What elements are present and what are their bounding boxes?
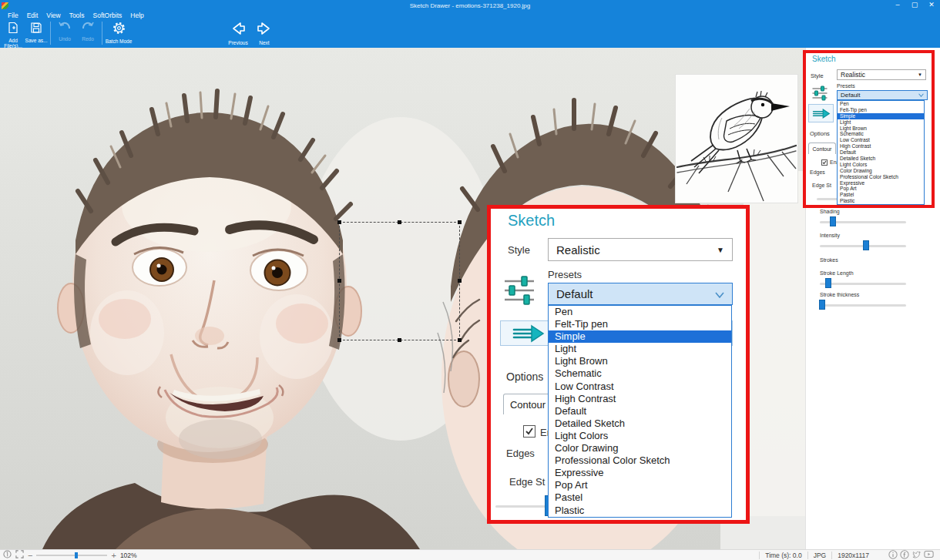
slider-handle[interactable] xyxy=(825,278,831,288)
marquee-handle[interactable] xyxy=(458,338,462,342)
toolbar-separator xyxy=(50,22,51,45)
preset-option-high-contrast[interactable]: High Contrast xyxy=(549,393,731,405)
enable-edges-checkbox[interactable] xyxy=(523,425,535,438)
preset-option-pop-art[interactable]: Pop Art xyxy=(549,479,731,491)
menu-edit[interactable]: Edit xyxy=(27,12,39,19)
preset-option-professional-color-sketch[interactable]: Professional Color Sketch xyxy=(838,174,924,180)
preset-option-plastic[interactable]: Plastic xyxy=(838,198,924,204)
selection-marquee[interactable] xyxy=(339,222,460,340)
previous-arrow-icon xyxy=(230,22,247,39)
slider-track xyxy=(820,283,906,285)
preset-option-simple[interactable]: Simple xyxy=(838,113,924,119)
menu-help[interactable]: Help xyxy=(130,12,143,19)
preset-option-default[interactable]: Default xyxy=(838,149,924,156)
style-combobox[interactable]: Realistic ▼ xyxy=(548,238,733,261)
preset-option-detailed-sketch[interactable]: Detailed Sketch xyxy=(838,156,924,162)
edges-label: Edges xyxy=(506,448,535,459)
slider-handle[interactable] xyxy=(819,300,825,310)
zoom-out-button[interactable]: − xyxy=(28,552,32,558)
menu-softorbits[interactable]: SoftOrbits xyxy=(92,12,122,19)
preset-option-schematic[interactable]: Schematic xyxy=(838,131,924,137)
presets-dropdown-list: PenFelt-Tip penSimpleLightLight BrownSch… xyxy=(837,100,925,205)
menu-tools[interactable]: Tools xyxy=(69,12,85,19)
undo-button[interactable]: Undo xyxy=(53,22,76,42)
preset-option-color-drawing[interactable]: Color Drawing xyxy=(838,168,924,174)
preset-option-pastel[interactable]: Pastel xyxy=(549,491,731,504)
preset-option-felt-tip-pen[interactable]: Felt-Tip pen xyxy=(549,318,731,330)
preset-option-light[interactable]: Light xyxy=(549,343,731,355)
marquee-handle[interactable] xyxy=(398,338,401,342)
zoom-slider[interactable] xyxy=(36,552,107,559)
teal-arrow-icon xyxy=(812,108,831,119)
presets-combobox[interactable]: Default xyxy=(837,90,928,100)
preset-option-detailed-sketch[interactable]: Detailed Sketch xyxy=(549,417,731,430)
menu-view[interactable]: View xyxy=(46,12,60,19)
stroke-thickness-slider[interactable] xyxy=(820,300,906,310)
add-files-button[interactable]: Add File(s)... xyxy=(2,22,25,49)
preset-option-low-contrast[interactable]: Low Contrast xyxy=(838,137,924,143)
facebook-icon[interactable] xyxy=(900,550,909,560)
preset-option-default[interactable]: Default xyxy=(549,405,731,417)
slider-handle[interactable] xyxy=(863,240,869,250)
previous-button[interactable]: Previous xyxy=(225,22,251,45)
options-label: Options xyxy=(506,371,543,383)
youtube-icon[interactable] xyxy=(924,550,934,560)
actual-size-icon[interactable] xyxy=(3,550,12,560)
tab-contour[interactable]: Contour xyxy=(503,394,552,414)
adjust-sliders-icon xyxy=(503,275,535,309)
preset-option-high-contrast[interactable]: High Contrast xyxy=(838,143,924,149)
shading-slider[interactable] xyxy=(820,216,906,226)
marquee-handle[interactable] xyxy=(458,279,462,283)
redo-label: Redo xyxy=(82,36,94,42)
slider-handle[interactable] xyxy=(830,216,836,226)
style-combobox[interactable]: Realistic ▼ xyxy=(837,69,926,80)
preset-option-pen[interactable]: Pen xyxy=(549,306,731,318)
preset-option-light[interactable]: Light xyxy=(838,119,924,126)
save-icon xyxy=(30,22,42,37)
next-label: Next xyxy=(259,40,269,45)
preset-option-low-contrast[interactable]: Low Contrast xyxy=(549,381,731,393)
preset-option-light-brown[interactable]: Light Brown xyxy=(549,355,731,367)
twitter-icon[interactable] xyxy=(911,550,922,560)
apply-style-button[interactable] xyxy=(808,104,834,122)
zoom-slider-handle[interactable] xyxy=(75,552,78,558)
intensity-slider[interactable] xyxy=(820,240,906,250)
preset-option-expressive[interactable]: Expressive xyxy=(549,467,731,479)
marquee-handle[interactable] xyxy=(337,338,341,342)
preset-option-pen[interactable]: Pen xyxy=(838,101,924,107)
save-as-button[interactable]: Save as... xyxy=(25,22,48,43)
preset-option-pastel[interactable]: Pastel xyxy=(838,192,924,198)
preset-option-expressive[interactable]: Expressive xyxy=(838,180,924,186)
batch-mode-button[interactable]: Batch Mode xyxy=(105,22,133,44)
next-arrow-icon xyxy=(256,22,273,39)
preset-option-light-brown[interactable]: Light Brown xyxy=(838,126,924,132)
chevron-down-icon xyxy=(918,92,924,99)
right-sidebar: Sketch Style Realistic ▼ Presets Default xyxy=(805,48,940,549)
preset-option-professional-color-sketch[interactable]: Professional Color Sketch xyxy=(549,454,731,467)
presets-combobox[interactable]: Default xyxy=(548,283,733,305)
preset-option-color-drawing[interactable]: Color Drawing xyxy=(549,442,731,454)
zoom-in-button[interactable]: + xyxy=(111,552,116,558)
info-icon[interactable] xyxy=(888,550,898,560)
preset-option-plastic[interactable]: Plastic xyxy=(549,505,731,517)
preset-option-felt-tip-pen[interactable]: Felt-Tip pen xyxy=(838,107,924,113)
tab-contour[interactable]: Contour xyxy=(808,143,836,154)
redo-button[interactable]: Redo xyxy=(76,22,99,42)
menu-file[interactable]: File xyxy=(8,12,18,19)
panel-title: Sketch xyxy=(812,55,836,63)
preset-option-light-colors[interactable]: Light Colors xyxy=(549,430,731,442)
stroke-length-slider[interactable] xyxy=(820,278,906,288)
marquee-handle[interactable] xyxy=(398,220,401,224)
style-label: Style xyxy=(811,72,824,79)
preset-option-light-colors[interactable]: Light Colors xyxy=(838,162,924,168)
preset-option-schematic[interactable]: Schematic xyxy=(549,367,731,380)
marquee-handle[interactable] xyxy=(337,279,341,283)
preset-option-pop-art[interactable]: Pop Art xyxy=(838,186,924,192)
fit-screen-icon[interactable] xyxy=(15,550,24,560)
window-title: Sketch Drawer - emotions-371238_1920.jpg xyxy=(0,2,940,9)
enable-edges-checkbox[interactable] xyxy=(821,159,828,166)
next-button[interactable]: Next xyxy=(251,22,277,45)
marquee-handle[interactable] xyxy=(337,220,341,224)
preset-option-simple[interactable]: Simple xyxy=(549,330,731,343)
marquee-handle[interactable] xyxy=(458,220,462,224)
